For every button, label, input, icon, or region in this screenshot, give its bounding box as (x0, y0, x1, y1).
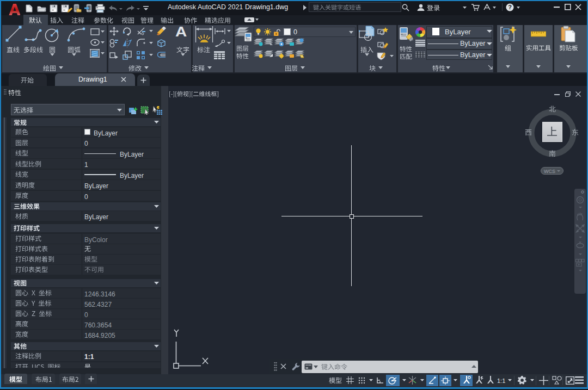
svg-text:?: ? (508, 4, 512, 10)
